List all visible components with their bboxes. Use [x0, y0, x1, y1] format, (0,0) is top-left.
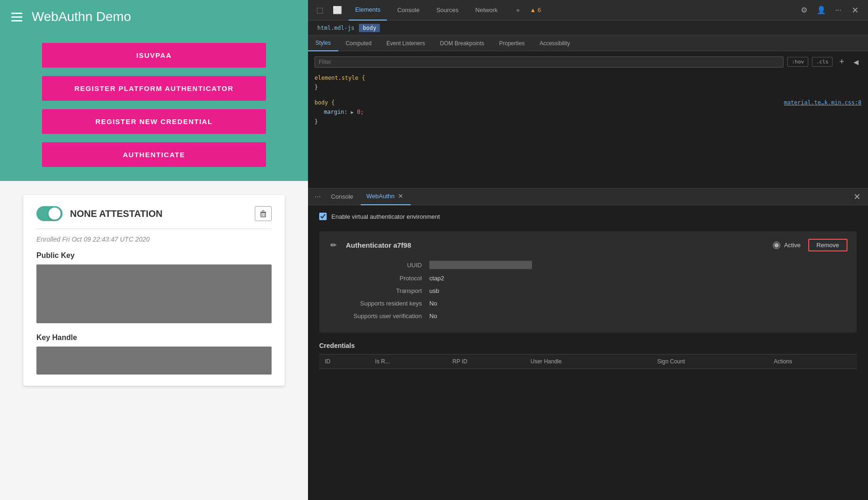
col-id: ID — [319, 354, 370, 369]
credentials-section: Credentials ID Is R... RP ID User Handle… — [319, 342, 857, 369]
active-radio[interactable] — [773, 242, 780, 249]
cls-btn[interactable]: .cls — [812, 57, 833, 67]
register-platform-button[interactable]: REGISTER PLATFORM AUTHENTICATOR — [42, 76, 266, 101]
styles-filter-row: :hov .cls + ◀ — [315, 56, 861, 68]
active-section: Active — [773, 242, 800, 249]
webauthn-panel: ··· Console WebAuthn ✕ ✕ Enable virtual … — [308, 188, 868, 500]
warning-badge: ▲ 6 — [530, 7, 541, 14]
enable-virtual-checkbox[interactable] — [319, 213, 327, 220]
webauthn-more-btn[interactable]: ··· — [312, 191, 323, 203]
tab-elements[interactable]: Elements — [349, 0, 387, 21]
trash-icon — [259, 209, 267, 218]
profile-icon-btn[interactable]: 👤 — [814, 4, 829, 16]
register-new-credential-button[interactable]: REGISTER NEW CREDENTIAL — [42, 109, 266, 134]
breadcrumb-body[interactable]: body — [359, 24, 380, 32]
isuvpaa-button[interactable]: ISUVPAA — [42, 43, 266, 68]
credential-card: NONE ATTESTATION Enrolled Fri Oct 09 22:… — [23, 195, 285, 386]
card-divider — [36, 229, 272, 229]
col-rp-id: RP ID — [447, 354, 525, 369]
transport-label: Transport — [329, 287, 422, 294]
active-label[interactable]: Active — [784, 242, 800, 249]
console-tab[interactable]: Console — [325, 188, 359, 205]
protocol-label: Protocol — [329, 275, 422, 282]
breadcrumb-html[interactable]: html.mdl-js — [314, 24, 358, 32]
user-verification-row: Supports user verification No — [329, 312, 847, 319]
credentials-table: ID Is R... RP ID User Handle Sign Count … — [319, 354, 857, 369]
tab-console[interactable]: Console — [391, 0, 426, 21]
authenticate-button[interactable]: AUTHENTICATE — [42, 142, 266, 167]
event-listeners-tab[interactable]: Event Listeners — [379, 35, 433, 51]
collapse-style-btn[interactable]: ◀ — [851, 57, 861, 67]
styles-tab[interactable]: Styles — [308, 35, 338, 51]
element-style-block: element.style { } — [315, 73, 861, 92]
col-user-handle: User Handle — [525, 354, 652, 369]
public-key-block — [36, 264, 272, 323]
key-handle-label: Key Handle — [36, 333, 272, 342]
devtools-close-btn[interactable]: ✕ — [848, 3, 862, 17]
delete-credential-button[interactable] — [255, 206, 272, 221]
toggle-switch[interactable] — [36, 206, 63, 221]
inspect-icon-btn[interactable]: ⬜ — [330, 4, 345, 16]
devtools-panel: ⬚ ⬜ Elements Console Sources Network » ▲… — [308, 0, 868, 500]
style-source-link[interactable]: material.te…k.min.css:8 — [784, 98, 861, 107]
credentials-title: Credentials — [319, 342, 857, 349]
add-style-btn[interactable]: + — [836, 56, 847, 68]
properties-tab[interactable]: Properties — [491, 35, 532, 51]
enable-virtual-label[interactable]: Enable virtual authenticator environment — [331, 213, 440, 220]
enable-virtual-row: Enable virtual authenticator environment — [319, 213, 857, 220]
col-is-resident: Is R... — [370, 354, 447, 369]
webauthn-content: Enable virtual authenticator environment… — [308, 205, 868, 500]
col-actions: Actions — [768, 354, 857, 369]
card-header: NONE ATTESTATION — [36, 206, 272, 221]
hamburger-icon[interactable] — [11, 13, 22, 21]
svg-rect-2 — [261, 213, 266, 217]
svg-rect-1 — [262, 210, 265, 211]
uuid-value-bar — [429, 261, 532, 269]
webauthn-tab-close[interactable]: ✕ — [396, 193, 405, 200]
left-panel: WebAuthn Demo ISUVPAA REGISTER PLATFORM … — [0, 0, 308, 500]
dom-breakpoints-tab[interactable]: DOM Breakpoints — [433, 35, 492, 51]
accessibility-tab[interactable]: Accessibility — [532, 35, 577, 51]
webauthn-tab[interactable]: WebAuthn ✕ — [361, 188, 411, 205]
content-section: NONE ATTESTATION Enrolled Fri Oct 09 22:… — [0, 181, 308, 500]
hov-btn[interactable]: :hov — [787, 57, 808, 67]
authenticator-section: ✏ Authenticator a7f98 Active Remove UUID… — [319, 231, 857, 333]
table-header-row: ID Is R... RP ID User Handle Sign Count … — [319, 354, 857, 369]
key-handle-block — [36, 347, 272, 375]
more-tabs-btn[interactable]: » — [510, 0, 526, 21]
webauthn-panel-close-btn[interactable]: ✕ — [850, 190, 864, 204]
settings-icon-btn[interactable]: ⚙ — [798, 4, 810, 16]
toggle-thumb — [49, 208, 61, 220]
protocol-value: ctap2 — [429, 275, 444, 282]
body-style-block: body { material.te…k.min.css:8 margin: ▶… — [315, 98, 861, 126]
resident-keys-label: Supports resident keys — [329, 300, 422, 307]
tab-sources[interactable]: Sources — [430, 0, 465, 21]
col-sign-count: Sign Count — [651, 354, 768, 369]
app-header: WebAuthn Demo — [0, 0, 308, 34]
devtools-topbar: ⬚ ⬜ Elements Console Sources Network » ▲… — [308, 0, 868, 21]
authenticator-header: ✏ Authenticator a7f98 Active Remove — [329, 239, 847, 251]
transport-row: Transport usb — [329, 287, 847, 294]
tab-network[interactable]: Network — [469, 0, 504, 21]
enrolled-date: Enrolled Fri Oct 09 22:43:47 UTC 2020 — [36, 236, 272, 243]
public-key-label: Public Key — [36, 251, 272, 260]
edit-authenticator-btn[interactable]: ✏ — [329, 239, 338, 251]
uuid-label: UUID — [329, 262, 422, 269]
dom-breadcrumb: html.mdl-js body — [308, 21, 868, 35]
remove-authenticator-button[interactable]: Remove — [808, 239, 847, 251]
user-verification-value: No — [429, 312, 437, 319]
styles-filter-input[interactable] — [315, 56, 784, 68]
uuid-row: UUID — [329, 261, 847, 269]
user-verification-label: Supports user verification — [329, 312, 422, 319]
buttons-section: ISUVPAA REGISTER PLATFORM AUTHENTICATOR … — [0, 34, 308, 181]
app-title: WebAuthn Demo — [32, 9, 131, 24]
elements-panel: html.mdl-js body Styles Computed Event L… — [308, 21, 868, 188]
cursor-icon-btn[interactable]: ⬚ — [314, 4, 326, 16]
attestation-label: NONE ATTESTATION — [70, 208, 162, 219]
transport-value: usb — [429, 287, 439, 294]
computed-tab[interactable]: Computed — [338, 35, 379, 51]
authenticator-name: Authenticator a7f98 — [346, 241, 411, 249]
styles-panel: :hov .cls + ◀ element.style { } body { m… — [308, 51, 868, 188]
toggle-area: NONE ATTESTATION — [36, 206, 162, 221]
more-options-btn[interactable]: ··· — [833, 4, 844, 16]
